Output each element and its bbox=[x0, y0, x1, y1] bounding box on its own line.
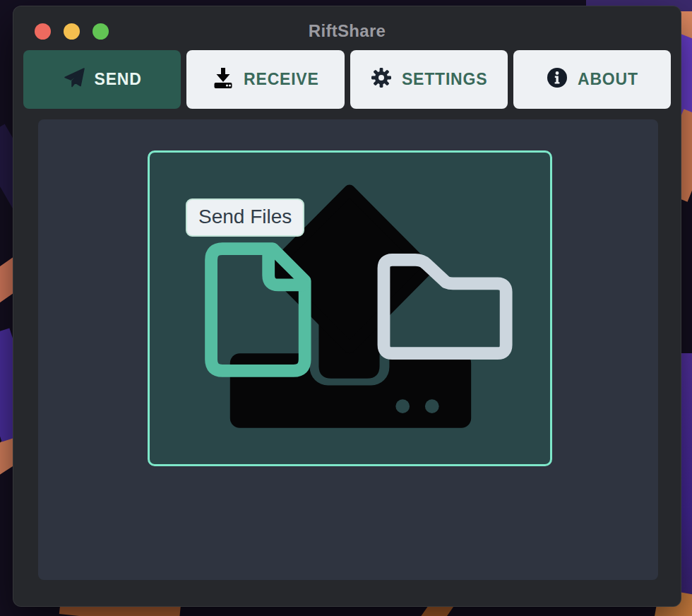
tab-bar: SEND RECEIVE bbox=[23, 50, 671, 109]
send-dropzone[interactable]: Send Files bbox=[148, 150, 552, 466]
file-icon bbox=[211, 249, 305, 371]
send-files-label[interactable]: Send Files bbox=[186, 199, 304, 237]
tab-send-label: SEND bbox=[95, 70, 142, 89]
desktop: { "window": { "title": "RiftShare", "tra… bbox=[0, 0, 692, 616]
tab-settings[interactable]: SETTINGS bbox=[350, 50, 508, 109]
titlebar: RiftShare bbox=[13, 6, 681, 50]
tab-receive[interactable]: RECEIVE bbox=[186, 50, 344, 109]
tab-about[interactable]: ABOUT bbox=[513, 50, 671, 109]
info-icon bbox=[546, 66, 568, 93]
tab-receive-label: RECEIVE bbox=[244, 70, 319, 89]
riftshare-window: RiftShare SEND RECEIVE bbox=[13, 6, 681, 607]
download-icon bbox=[212, 66, 234, 93]
tab-about-label: ABOUT bbox=[578, 70, 638, 89]
window-title: RiftShare bbox=[13, 21, 681, 41]
content-panel: Send Files bbox=[38, 119, 658, 580]
tab-send[interactable]: SEND bbox=[23, 50, 181, 109]
tab-settings-label: SETTINGS bbox=[402, 70, 487, 89]
gear-icon bbox=[370, 66, 393, 93]
paper-plane-icon bbox=[63, 66, 85, 93]
